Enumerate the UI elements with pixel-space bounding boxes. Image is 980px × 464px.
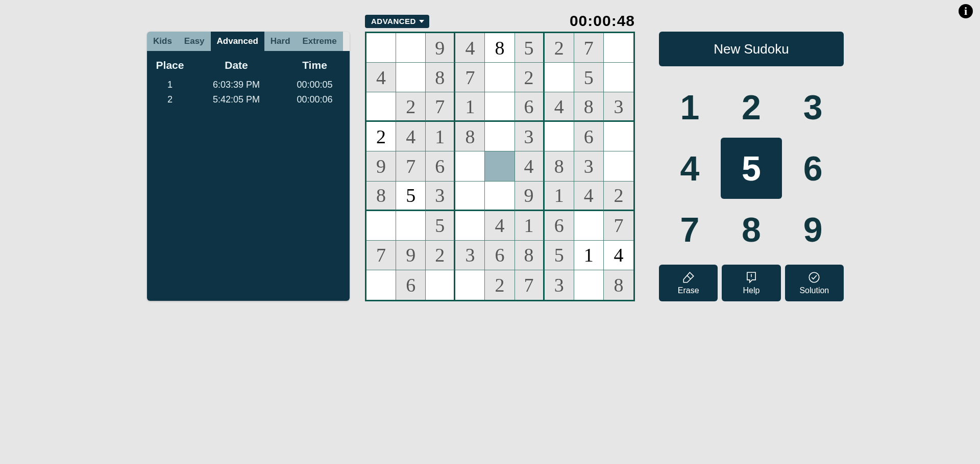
sudoku-cell: 2 (426, 241, 455, 270)
erase-button[interactable]: Erase (659, 265, 718, 301)
sudoku-cell[interactable] (455, 151, 485, 181)
sudoku-cell: 9 (515, 182, 545, 211)
sudoku-cell: 8 (574, 92, 604, 122)
numpad-8[interactable]: 8 (721, 199, 782, 260)
sudoku-cell[interactable] (485, 151, 514, 181)
sudoku-cell[interactable]: 5 (396, 182, 426, 211)
sudoku-cell[interactable] (426, 270, 455, 300)
tab-advanced[interactable]: Advanced (211, 32, 264, 51)
sudoku-cell: 5 (545, 241, 574, 270)
sudoku-cell[interactable] (455, 270, 485, 300)
sudoku-cell[interactable] (485, 92, 514, 122)
sudoku-cell[interactable] (485, 63, 514, 92)
sudoku-cell: 7 (604, 211, 633, 241)
numpad-1[interactable]: 1 (659, 76, 721, 138)
sudoku-cell[interactable]: 2 (366, 122, 396, 151)
sudoku-cell: 5 (574, 63, 604, 92)
sudoku-cell: 8 (426, 63, 455, 92)
sudoku-cell: 3 (574, 151, 604, 181)
score-row: 16:03:39 PM00:00:05 (147, 78, 350, 92)
sudoku-cell: 7 (455, 63, 485, 92)
svg-point-0 (810, 272, 820, 282)
sudoku-cell: 6 (485, 241, 514, 270)
sudoku-cell[interactable] (604, 63, 633, 92)
numpad-6[interactable]: 6 (782, 138, 844, 199)
sudoku-cell: 6 (515, 92, 545, 122)
sudoku-cell[interactable] (366, 33, 396, 63)
sudoku-cell[interactable]: 8 (485, 33, 514, 63)
sudoku-cell: 1 (426, 122, 455, 151)
sudoku-cell: 3 (515, 122, 545, 151)
sudoku-cell: 8 (604, 270, 633, 300)
sudoku-cell: 2 (396, 92, 426, 122)
cell-place: 1 (147, 80, 193, 90)
sudoku-cell: 9 (426, 33, 455, 63)
number-pad: 123456789 (659, 76, 844, 260)
sudoku-cell[interactable] (604, 122, 633, 151)
sudoku-cell: 1 (515, 211, 545, 241)
action-row: Erase Help Solution (659, 265, 844, 301)
sudoku-cell[interactable] (604, 33, 633, 63)
help-button[interactable]: Help (722, 265, 780, 301)
sudoku-cell: 8 (515, 241, 545, 270)
sudoku-cell[interactable] (366, 211, 396, 241)
header-date: Date (193, 59, 280, 71)
numpad-2[interactable]: 2 (721, 76, 782, 138)
sudoku-cell[interactable] (485, 182, 514, 211)
sudoku-cell: 4 (485, 211, 514, 241)
numpad-4[interactable]: 4 (659, 138, 721, 199)
solution-button[interactable]: Solution (785, 265, 844, 301)
sudoku-cell: 4 (396, 122, 426, 151)
sudoku-cell: 3 (604, 92, 633, 122)
sudoku-cell[interactable] (455, 182, 485, 211)
sudoku-cell[interactable] (455, 211, 485, 241)
sudoku-cell: 7 (574, 33, 604, 63)
sudoku-cell: 9 (396, 241, 426, 270)
sudoku-cell[interactable] (574, 211, 604, 241)
tab-hard[interactable]: Hard (264, 32, 297, 51)
sudoku-cell[interactable] (545, 122, 574, 151)
header-time: Time (280, 59, 350, 71)
sudoku-cell[interactable] (366, 92, 396, 122)
tab-kids[interactable]: Kids (147, 32, 178, 51)
erase-icon (682, 271, 695, 284)
sudoku-cell[interactable]: 1 (574, 241, 604, 270)
numpad-3[interactable]: 3 (782, 76, 844, 138)
sudoku-cell[interactable] (545, 63, 574, 92)
sudoku-cell: 7 (515, 270, 545, 300)
header-place: Place (147, 59, 193, 71)
solution-icon (807, 271, 821, 284)
solution-label: Solution (799, 286, 829, 295)
tab-easy[interactable]: Easy (178, 32, 211, 51)
sudoku-cell: 5 (426, 211, 455, 241)
score-row: 25:42:05 PM00:00:06 (147, 92, 350, 107)
help-label: Help (743, 286, 760, 295)
sudoku-cell: 3 (545, 270, 574, 300)
sudoku-cell: 6 (426, 151, 455, 181)
sudoku-grid: 9485274872527164832418369764838539142541… (365, 32, 635, 301)
info-icon[interactable]: i (959, 4, 973, 18)
sudoku-cell[interactable]: 4 (604, 241, 633, 270)
sudoku-cell[interactable] (366, 270, 396, 300)
sudoku-cell[interactable] (574, 270, 604, 300)
sudoku-cell[interactable] (485, 122, 514, 151)
sudoku-cell: 8 (455, 122, 485, 151)
numpad-5[interactable]: 5 (721, 138, 782, 199)
numpad-7[interactable]: 7 (659, 199, 721, 260)
sudoku-cell: 8 (366, 182, 396, 211)
sudoku-cell[interactable] (604, 151, 633, 181)
new-sudoku-button[interactable]: New Sudoku (659, 32, 844, 66)
sudoku-cell: 4 (545, 92, 574, 122)
sudoku-cell: 8 (545, 151, 574, 181)
sudoku-cell: 4 (515, 151, 545, 181)
sudoku-cell[interactable] (396, 211, 426, 241)
numpad-9[interactable]: 9 (782, 199, 844, 260)
sudoku-cell: 4 (455, 33, 485, 63)
cell-time: 00:00:05 (280, 80, 350, 90)
tab-extreme[interactable]: Extreme (297, 32, 343, 51)
sudoku-cell[interactable] (396, 33, 426, 63)
sudoku-cell[interactable] (396, 63, 426, 92)
scoreboard-body: Place Date Time 16:03:39 PM00:00:0525:42… (147, 51, 350, 301)
cell-place: 2 (147, 94, 193, 105)
sudoku-cell: 7 (426, 92, 455, 122)
